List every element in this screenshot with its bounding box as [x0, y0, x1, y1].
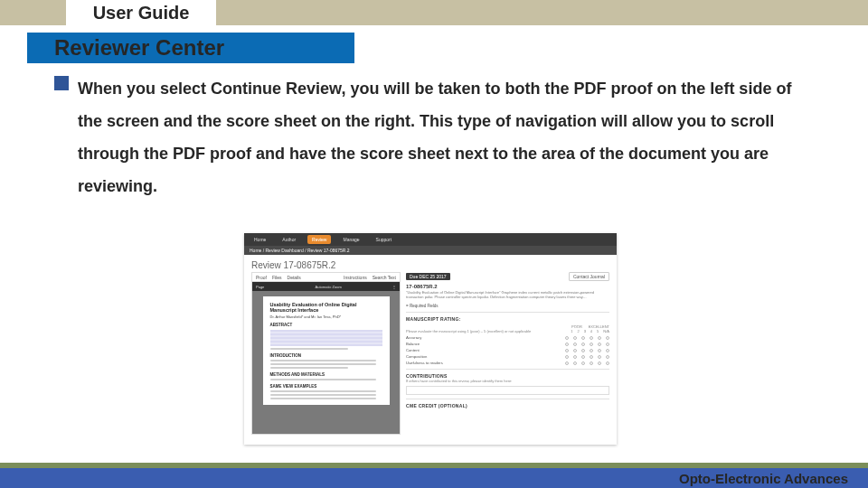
section-title: Reviewer Center — [54, 33, 224, 63]
pdf-page-label: Page — [256, 285, 264, 289]
pdf-title: Usability Evaluation of Online Digital M… — [270, 302, 382, 313]
header-title-box: User Guide — [66, 0, 216, 25]
rating-radio[interactable] — [573, 355, 577, 359]
rating-radio[interactable] — [581, 336, 585, 340]
rating-row: Content — [406, 348, 609, 352]
pdf-h-abstract: ABSTRACT — [270, 323, 382, 327]
rating-radio[interactable] — [581, 361, 585, 365]
proof-tab-instructions[interactable]: Instructions — [344, 275, 367, 280]
proof-pane: Proof Files Details Instructions Search … — [251, 272, 401, 435]
proof-tab-details[interactable]: Details — [288, 275, 301, 280]
nav-manage[interactable]: Manage — [338, 235, 363, 244]
rating-criterion-label: Balance — [406, 342, 565, 346]
rating-radio[interactable] — [606, 355, 609, 359]
due-badge: Due DEC 25 2017 — [406, 273, 450, 280]
proof-tab-files[interactable]: Files — [272, 275, 282, 280]
rating-radio[interactable] — [598, 343, 601, 346]
rating-radio[interactable] — [565, 343, 569, 346]
page-head: Review 17-08675R.2 — [244, 255, 617, 272]
rating-radio[interactable] — [573, 336, 577, 340]
proof-tab-search[interactable]: Search Text — [373, 275, 396, 280]
pdf-byline: Dr. Arthur Mansfield* and Mr. Ian Tess, … — [270, 314, 382, 319]
rating-row: Balance — [406, 342, 609, 346]
rating-radio[interactable] — [606, 336, 609, 340]
rating-row: Composition — [406, 354, 609, 359]
rating-radio[interactable] — [565, 361, 569, 365]
nav-review[interactable]: Review — [307, 235, 331, 244]
rating-radio[interactable] — [590, 355, 593, 359]
rating-row: Accuracy — [406, 335, 609, 340]
rating-radio[interactable] — [590, 349, 593, 352]
rating-radio[interactable] — [590, 343, 593, 346]
contact-journal-button[interactable]: Contact Journal — [569, 272, 609, 281]
rating-radio[interactable] — [573, 343, 577, 346]
rating-criterion-label: Content — [406, 348, 565, 352]
rating-radio[interactable] — [590, 361, 593, 365]
pdf-abstract-block — [270, 330, 382, 346]
pdf-viewer-toolbar: Page Automatic Zoom ⋮ — [252, 282, 400, 291]
rating-header: MANUSCRIPT RATING: — [406, 316, 609, 322]
page-title: Review 17-08675R.2 — [251, 260, 609, 270]
pdf-h-examples: SAME VIEW EXAMPLES — [270, 384, 382, 389]
pdf-page-1: Usability Evaluation of Online Digital M… — [263, 296, 390, 405]
paper-id: 17-08675R.2 — [406, 284, 609, 289]
score-pane: Due DEC 25 2017 Contact Journal 17-08675… — [406, 272, 609, 435]
embedded-app-screenshot: Home Author Review Manage Support Home /… — [244, 233, 617, 445]
nav-author[interactable]: Author — [278, 235, 300, 244]
rating-radio[interactable] — [598, 355, 601, 359]
rating-radio[interactable] — [565, 336, 569, 340]
rating-radio[interactable] — [598, 361, 601, 365]
required-fields-note: = Required Fields — [406, 304, 609, 308]
rating-radio[interactable] — [606, 361, 609, 365]
footer-bar: Opto-Electronic Advances — [0, 468, 868, 488]
rating-radio[interactable] — [590, 336, 593, 340]
rating-radio[interactable] — [565, 355, 569, 359]
rating-criterion-label: Usefulness to readers — [406, 361, 565, 365]
nav-support[interactable]: Support — [372, 235, 397, 244]
rating-row: Usefulness to readers — [406, 361, 609, 365]
rating-radio[interactable] — [606, 349, 609, 352]
contrib-text-input[interactable] — [406, 386, 609, 395]
pdf-keywords-line — [270, 348, 349, 350]
rating-radio[interactable] — [573, 361, 577, 365]
pdf-h-methods: METHODS AND MATERIALS — [270, 372, 382, 377]
paper-abstract-snippet: "Usability Evaluation of Online Digital … — [406, 290, 609, 299]
header-title: User Guide — [93, 3, 190, 23]
rating-radio[interactable] — [581, 343, 585, 346]
rating-radio[interactable] — [581, 355, 585, 359]
proof-tabs: Proof Files Details Instructions Search … — [252, 273, 400, 282]
breadcrumb: Home / Review Dashboard / Review 17-0867… — [244, 246, 617, 255]
cme-header: CME CREDIT (OPTIONAL) — [406, 403, 609, 408]
pdf-zoom-label[interactable]: Automatic Zoom — [316, 285, 342, 289]
rating-criterion-label: Composition — [406, 354, 565, 359]
rating-criterion-label: Accuracy — [406, 335, 565, 340]
rating-radio[interactable] — [581, 349, 585, 352]
pdf-h-intro: INTRODUCTION — [270, 353, 382, 358]
contrib-hint: If others have contributed to this revie… — [406, 379, 609, 383]
app-navbar: Home Author Review Manage Support — [244, 233, 617, 246]
pdf-tools-icon[interactable]: ⋮ — [392, 285, 396, 289]
rating-radio[interactable] — [573, 349, 577, 352]
footer-journal: Opto-Electronic Advances — [679, 471, 848, 486]
rating-radio[interactable] — [565, 349, 569, 352]
rating-radio[interactable] — [598, 349, 601, 352]
nav-home[interactable]: Home — [250, 235, 270, 244]
rating-radio[interactable] — [606, 343, 609, 346]
pdf-viewport[interactable]: Usability Evaluation of Online Digital M… — [252, 291, 400, 434]
bullet-square-icon — [54, 76, 69, 90]
proof-tab-proof[interactable]: Proof — [256, 275, 267, 280]
rating-radio[interactable] — [598, 336, 601, 340]
body-paragraph: When you select Continue Review, you wil… — [78, 72, 814, 202]
